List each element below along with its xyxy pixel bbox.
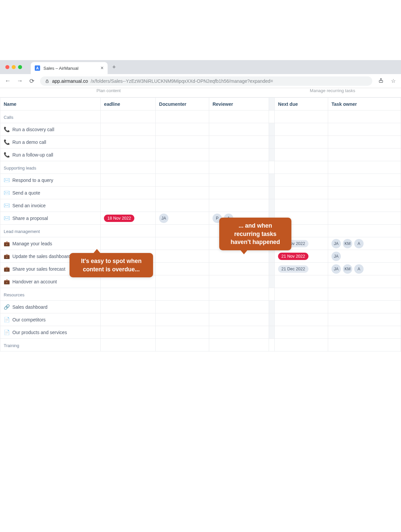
cell-deadline[interactable] bbox=[101, 174, 156, 187]
cell-task-owner[interactable] bbox=[328, 174, 401, 187]
cell-documenter[interactable] bbox=[156, 123, 209, 136]
cell-reviewer[interactable] bbox=[209, 174, 269, 187]
close-window-button[interactable] bbox=[5, 65, 9, 69]
cell-next-due[interactable] bbox=[275, 275, 328, 288]
share-icon[interactable] bbox=[377, 78, 385, 84]
cell-documenter[interactable] bbox=[156, 301, 209, 313]
maximize-window-button[interactable] bbox=[18, 65, 22, 69]
cell-deadline[interactable] bbox=[101, 326, 156, 339]
avatar[interactable]: JA bbox=[331, 264, 341, 274]
table-row[interactable]: 📞 Run a demo call bbox=[0, 136, 401, 149]
cell-task-owner[interactable] bbox=[328, 212, 401, 225]
url-input[interactable]: app.airmanual.co/x/folders/Sales--YzEzW3… bbox=[40, 76, 372, 86]
cell-reviewer[interactable] bbox=[209, 313, 269, 326]
table-row[interactable]: 💼 Share your sales forecast 21 Dec 2022 … bbox=[0, 263, 401, 275]
cell-documenter[interactable] bbox=[156, 313, 209, 326]
cell-reviewer[interactable] bbox=[209, 275, 269, 288]
table-row[interactable]: 📞 Run a follow-up call bbox=[0, 149, 401, 161]
cell-documenter[interactable] bbox=[156, 187, 209, 199]
cell-reviewer[interactable] bbox=[209, 187, 269, 199]
cell-next-due[interactable] bbox=[275, 123, 328, 136]
cell-task-owner[interactable] bbox=[328, 275, 401, 288]
cell-next-due[interactable] bbox=[275, 326, 328, 339]
table-row[interactable]: 💼 Manage your leads 28 Nov 2022 JAKMA bbox=[0, 237, 401, 250]
cell-deadline[interactable] bbox=[101, 237, 156, 250]
avatar[interactable]: JA bbox=[331, 252, 341, 261]
cell-task-owner[interactable] bbox=[328, 313, 401, 326]
table-row[interactable]: ✉️ Send an invoice bbox=[0, 199, 401, 212]
cell-task-owner[interactable] bbox=[328, 187, 401, 199]
col-name[interactable]: Name bbox=[0, 98, 101, 110]
cell-task-owner[interactable] bbox=[328, 326, 401, 339]
cell-next-due[interactable] bbox=[275, 136, 328, 149]
cell-documenter[interactable]: JA bbox=[156, 212, 209, 225]
cell-reviewer[interactable] bbox=[209, 199, 269, 212]
avatar[interactable]: A bbox=[354, 264, 364, 274]
cell-next-due[interactable] bbox=[275, 301, 328, 313]
table-row[interactable]: 📄 Our competitors bbox=[0, 313, 401, 326]
cell-deadline[interactable] bbox=[101, 313, 156, 326]
col-deadline[interactable]: eadline bbox=[101, 98, 156, 110]
cell-next-due[interactable] bbox=[275, 149, 328, 161]
cell-next-due[interactable] bbox=[275, 187, 328, 199]
cell-task-owner[interactable] bbox=[328, 301, 401, 313]
cell-documenter[interactable] bbox=[156, 199, 209, 212]
col-reviewer[interactable]: Reviewer bbox=[209, 98, 269, 110]
table-row[interactable]: 🔗 Sales dashboard bbox=[0, 301, 401, 313]
minimize-window-button[interactable] bbox=[12, 65, 16, 69]
cell-reviewer[interactable] bbox=[209, 136, 269, 149]
table-row[interactable]: ✉️ Share a proposal 18 Nov 2022 JA PA bbox=[0, 212, 401, 225]
cell-task-owner[interactable] bbox=[328, 123, 401, 136]
cell-documenter[interactable] bbox=[156, 237, 209, 250]
avatar[interactable]: KM bbox=[343, 239, 352, 248]
avatar[interactable]: JA bbox=[159, 214, 168, 223]
table-row[interactable]: 📞 Run a discovery call bbox=[0, 123, 401, 136]
cell-task-owner[interactable] bbox=[328, 149, 401, 161]
cell-deadline[interactable] bbox=[101, 123, 156, 136]
cell-task-owner[interactable]: JAKMA bbox=[328, 263, 401, 275]
cell-next-due[interactable] bbox=[275, 313, 328, 326]
table-row[interactable]: ✉️ Send a quote bbox=[0, 187, 401, 199]
cell-deadline[interactable] bbox=[101, 301, 156, 313]
cell-next-due[interactable]: 21 Dec 2022 bbox=[275, 263, 328, 275]
cell-documenter[interactable] bbox=[156, 275, 209, 288]
col-documenter[interactable]: Documenter bbox=[156, 98, 209, 110]
reload-button[interactable]: ⟳ bbox=[28, 77, 35, 85]
table-row[interactable]: 💼 Update the sales dashboard 21 Nov 2022… bbox=[0, 250, 401, 263]
close-tab-icon[interactable]: × bbox=[101, 65, 104, 71]
cell-documenter[interactable] bbox=[156, 263, 209, 275]
cell-task-owner[interactable] bbox=[328, 199, 401, 212]
cell-documenter[interactable] bbox=[156, 149, 209, 161]
back-button[interactable]: ← bbox=[4, 77, 11, 84]
cell-reviewer[interactable] bbox=[209, 149, 269, 161]
cell-deadline[interactable] bbox=[101, 187, 156, 199]
cell-documenter[interactable] bbox=[156, 326, 209, 339]
forward-button[interactable]: → bbox=[16, 77, 23, 84]
cell-next-due[interactable] bbox=[275, 174, 328, 187]
cell-reviewer[interactable] bbox=[209, 123, 269, 136]
cell-documenter[interactable] bbox=[156, 250, 209, 263]
table-row[interactable]: 📄 Our products and services bbox=[0, 326, 401, 339]
cell-deadline[interactable] bbox=[101, 149, 156, 161]
cell-reviewer[interactable] bbox=[209, 326, 269, 339]
cell-task-owner[interactable] bbox=[328, 136, 401, 149]
avatar[interactable]: A bbox=[354, 239, 364, 248]
new-tab-button[interactable]: + bbox=[110, 64, 119, 71]
cell-task-owner[interactable]: JA bbox=[328, 250, 401, 263]
table-row[interactable]: ✉️ Respond to a query bbox=[0, 174, 401, 187]
col-task-owner[interactable]: Task owner bbox=[328, 98, 401, 110]
cell-reviewer[interactable] bbox=[209, 301, 269, 313]
avatar[interactable]: JA bbox=[331, 239, 341, 248]
cell-reviewer[interactable] bbox=[209, 263, 269, 275]
cell-documenter[interactable] bbox=[156, 174, 209, 187]
avatar[interactable]: KM bbox=[343, 264, 352, 274]
browser-tab[interactable]: A Sales – AirManual × bbox=[31, 62, 108, 74]
cell-deadline[interactable] bbox=[101, 199, 156, 212]
cell-reviewer[interactable] bbox=[209, 250, 269, 263]
table-row[interactable]: 💼 Handover an account bbox=[0, 275, 401, 288]
bookmark-icon[interactable]: ☆ bbox=[390, 78, 397, 84]
cell-next-due[interactable]: 21 Nov 2022 bbox=[275, 250, 328, 263]
cell-task-owner[interactable]: JAKMA bbox=[328, 237, 401, 250]
col-next-due[interactable]: Next due bbox=[275, 98, 328, 110]
cell-next-due[interactable] bbox=[275, 199, 328, 212]
